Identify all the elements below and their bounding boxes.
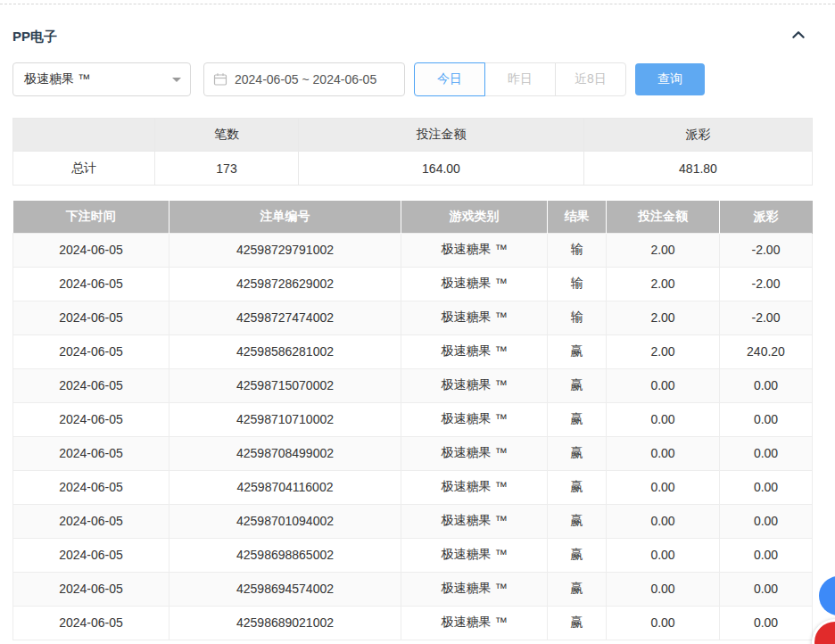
- cell-order-id: 42598689021002: [169, 606, 401, 640]
- table-row: 2024-06-05 42598708499002 极速糖果 ™ 赢 0.00 …: [13, 436, 813, 470]
- date-range-value: 2024-06-05 ~ 2024-06-05: [235, 72, 376, 87]
- cell-result: 输: [548, 233, 607, 267]
- cell-bet-amount: 2.00: [607, 233, 720, 267]
- cell-payout: 0.00: [720, 606, 813, 640]
- bet-records-table: 下注时间 注单编号 游戏类别 结果 投注金额 派彩 2024-06-05 425…: [12, 201, 813, 640]
- filter-bar: 极速糖果 ™ 2024-06-05 ~ 2024-06-05 今日 昨日 近8日…: [12, 62, 823, 96]
- cell-bet-amount: 2.00: [607, 267, 720, 301]
- quick-range-group: 今日 昨日 近8日: [414, 62, 626, 96]
- chevron-up-icon: [790, 27, 806, 46]
- cell-order-id: 42598708499002: [169, 436, 401, 470]
- cell-game-type: 极速糖果 ™: [401, 572, 548, 606]
- cell-order-id: 42598727474002: [169, 301, 401, 334]
- summary-header-count: 笔数: [155, 119, 299, 152]
- cell-order-id: 42598694574002: [169, 572, 401, 606]
- game-select-value: 极速糖果 ™: [24, 71, 90, 87]
- collapse-button[interactable]: [790, 27, 806, 46]
- table-row: 2024-06-05 42598586281002 极速糖果 ™ 赢 2.00 …: [13, 334, 813, 368]
- cell-game-type: 极速糖果 ™: [401, 470, 548, 504]
- game-select[interactable]: 极速糖果 ™: [12, 62, 191, 96]
- cell-order-id: 42598728629002: [169, 267, 401, 301]
- cell-game-type: 极速糖果 ™: [401, 606, 548, 640]
- cell-bet-amount: 0.00: [607, 436, 720, 470]
- table-row: 2024-06-05 42598728629002 极速糖果 ™ 输 2.00 …: [13, 267, 813, 301]
- cell-result: 赢: [548, 538, 607, 572]
- table-row: 2024-06-05 42598689021002 极速糖果 ™ 赢 0.00 …: [13, 606, 813, 640]
- cell-result: 赢: [548, 334, 607, 368]
- cell-order-id: 42598715070002: [169, 368, 401, 402]
- cell-order-id: 42598586281002: [169, 334, 401, 368]
- summary-total-count: 173: [155, 152, 299, 186]
- cell-bet-time: 2024-06-05: [13, 470, 169, 504]
- cell-bet-time: 2024-06-05: [13, 368, 169, 402]
- table-row: 2024-06-05 42598710710002 极速糖果 ™ 赢 0.00 …: [13, 402, 813, 436]
- cell-bet-amount: 0.00: [607, 402, 720, 436]
- cell-result: 输: [548, 301, 607, 334]
- cell-game-type: 极速糖果 ™: [401, 233, 548, 267]
- cell-bet-time: 2024-06-05: [13, 572, 169, 606]
- cell-bet-amount: 2.00: [607, 301, 720, 334]
- cell-bet-time: 2024-06-05: [13, 436, 169, 470]
- cell-payout: -2.00: [720, 301, 813, 334]
- cell-game-type: 极速糖果 ™: [401, 334, 548, 368]
- summary-header-payout: 派彩: [584, 119, 813, 152]
- top-divider: [0, 4, 835, 4]
- cell-game-type: 极速糖果 ™: [401, 538, 548, 572]
- table-row: 2024-06-05 42598704116002 极速糖果 ™ 赢 0.00 …: [13, 470, 813, 504]
- date-range-input[interactable]: 2024-06-05 ~ 2024-06-05: [203, 62, 405, 96]
- col-header-bet-amount: 投注金额: [607, 201, 720, 233]
- cell-payout: 0.00: [720, 470, 813, 504]
- cell-bet-time: 2024-06-05: [13, 538, 169, 572]
- cell-order-id: 42598701094002: [169, 504, 401, 538]
- page-title: PP电子: [12, 29, 57, 45]
- summary-corner-cell: [13, 119, 155, 152]
- cell-payout: 0.00: [720, 368, 813, 402]
- cell-result: 赢: [548, 402, 607, 436]
- range-button-today[interactable]: 今日: [414, 62, 485, 96]
- table-row: 2024-06-05 42598701094002 极速糖果 ™ 赢 0.00 …: [13, 504, 813, 538]
- cell-result: 赢: [548, 368, 607, 402]
- range-button-yesterday[interactable]: 昨日: [484, 62, 556, 96]
- range-button-last8days[interactable]: 近8日: [555, 62, 626, 96]
- search-button[interactable]: 查询: [635, 63, 705, 95]
- cell-payout: 0.00: [720, 504, 813, 538]
- col-header-game-type: 游戏类别: [401, 201, 548, 233]
- summary-table: 笔数 投注金额 派彩 总计 173 164.00 481.80: [12, 118, 813, 186]
- cell-order-id: 42598729791002: [169, 233, 401, 267]
- cell-game-type: 极速糖果 ™: [401, 504, 548, 538]
- cell-bet-time: 2024-06-05: [13, 504, 169, 538]
- bet-table-body: 2024-06-05 42598729791002 极速糖果 ™ 输 2.00 …: [13, 233, 813, 640]
- chevron-down-icon: [172, 78, 181, 87]
- cell-result: 赢: [548, 504, 607, 538]
- cell-payout: 240.20: [720, 334, 813, 368]
- cell-order-id: 42598704116002: [169, 470, 401, 504]
- service-widget-button[interactable]: [812, 619, 835, 644]
- cell-bet-time: 2024-06-05: [13, 334, 169, 368]
- cell-payout: -2.00: [720, 233, 813, 267]
- cell-bet-amount: 0.00: [607, 470, 720, 504]
- cell-bet-amount: 0.00: [607, 572, 720, 606]
- cell-result: 赢: [548, 572, 607, 606]
- cell-bet-time: 2024-06-05: [13, 233, 169, 267]
- col-header-bet-time: 下注时间: [13, 201, 169, 233]
- table-row: 2024-06-05 42598715070002 极速糖果 ™ 赢 0.00 …: [13, 368, 813, 402]
- cell-payout: 0.00: [720, 538, 813, 572]
- cell-bet-time: 2024-06-05: [13, 267, 169, 301]
- panel-header: PP电子: [12, 27, 806, 46]
- chat-widget-button[interactable]: [819, 576, 835, 615]
- table-row: 2024-06-05 42598698865002 极速糖果 ™ 赢 0.00 …: [13, 538, 813, 572]
- col-header-order-id: 注单编号: [169, 201, 401, 233]
- cell-bet-time: 2024-06-05: [13, 606, 169, 640]
- table-row: 2024-06-05 42598694574002 极速糖果 ™ 赢 0.00 …: [13, 572, 813, 606]
- table-row: 2024-06-05 42598729791002 极速糖果 ™ 输 2.00 …: [13, 233, 813, 267]
- cell-bet-amount: 0.00: [607, 538, 720, 572]
- cell-game-type: 极速糖果 ™: [401, 368, 548, 402]
- cell-game-type: 极速糖果 ™: [401, 301, 548, 334]
- summary-total-label: 总计: [13, 152, 155, 186]
- cell-bet-amount: 0.00: [607, 504, 720, 538]
- cell-bet-amount: 0.00: [607, 606, 720, 640]
- summary-total-row: 总计 173 164.00 481.80: [13, 152, 813, 186]
- summary-header-bet: 投注金额: [299, 119, 584, 152]
- cell-game-type: 极速糖果 ™: [401, 436, 548, 470]
- cell-result: 赢: [548, 606, 607, 640]
